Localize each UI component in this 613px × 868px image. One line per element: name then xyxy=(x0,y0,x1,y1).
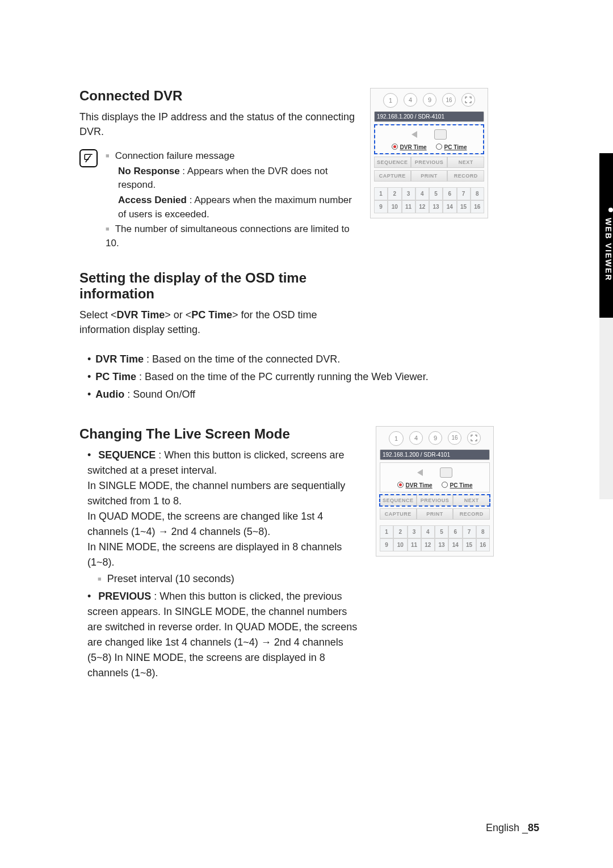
note-item-failure: Connection failure message xyxy=(106,149,358,163)
channel-cell[interactable]: 2 xyxy=(388,187,401,200)
channel-grid: 1 2 3 4 5 6 7 8 9 10 11 12 13 14 15 16 xyxy=(374,187,484,213)
time-controls: DVR Time PC Time xyxy=(380,462,490,492)
radio-pc-time[interactable]: PC Time xyxy=(442,481,473,488)
capture-button[interactable]: CAPTURE xyxy=(380,508,417,520)
sequence-button[interactable]: SEQUENCE xyxy=(374,157,411,168)
button-row-1-highlight: SEQUENCE PREVIOUS NEXT xyxy=(380,495,490,506)
note-item-label: The number of simultaneous connections a… xyxy=(106,224,350,248)
channel-cell[interactable]: 11 xyxy=(408,538,421,551)
channel-cell[interactable]: 7 xyxy=(457,187,471,200)
side-tab: WEB VIEWER xyxy=(599,153,613,327)
channel-cell[interactable]: 5 xyxy=(435,525,448,538)
prev-icon[interactable] xyxy=(412,131,417,138)
channel-grid: 1 2 3 4 5 6 7 8 9 10 11 12 13 14 15 16 xyxy=(380,525,490,551)
time-controls-highlight: DVR Time PC Time xyxy=(374,124,484,154)
stop-button[interactable] xyxy=(440,467,452,478)
channel-cell[interactable]: 16 xyxy=(471,200,484,213)
note-no-response: No Response : Appears when the DVR does … xyxy=(118,165,358,192)
layout-16-icon[interactable]: 16 xyxy=(448,431,461,445)
channel-cell[interactable]: 12 xyxy=(415,200,429,213)
layout-1-icon[interactable]: 1 xyxy=(389,431,404,446)
record-button[interactable]: RECORD xyxy=(447,170,484,182)
layout-16-icon[interactable]: 16 xyxy=(442,93,456,107)
layout-4-icon[interactable]: 4 xyxy=(409,431,423,445)
bullet-dvr-time: DVR Time : Based on the time of the conn… xyxy=(87,352,539,367)
channel-cell[interactable]: 13 xyxy=(429,200,443,213)
layout-full-icon[interactable] xyxy=(461,93,475,107)
button-row-1: SEQUENCE PREVIOUS NEXT xyxy=(374,157,484,168)
button-row-2: CAPTURE PRINT RECORD xyxy=(380,508,490,520)
channel-cell[interactable]: 8 xyxy=(476,525,490,538)
channel-cell[interactable]: 11 xyxy=(402,200,415,213)
channel-cell[interactable]: 10 xyxy=(393,538,407,551)
side-tab-label: WEB VIEWER xyxy=(604,218,613,281)
previous-button[interactable]: PREVIOUS xyxy=(411,157,448,168)
stop-button[interactable] xyxy=(434,129,447,140)
prev-icon[interactable] xyxy=(417,469,423,476)
next-button[interactable]: NEXT xyxy=(453,495,490,506)
page-footer: English _85 xyxy=(486,822,539,834)
lead-connected-dvr: This displays the IP address and the sta… xyxy=(79,109,358,139)
record-button[interactable]: RECORD xyxy=(453,508,490,520)
channel-cell[interactable]: 4 xyxy=(421,525,435,538)
capture-button[interactable]: CAPTURE xyxy=(374,170,411,182)
note-access-denied: Access Denied : Appears when the maximum… xyxy=(118,193,358,221)
layout-1-icon[interactable]: 1 xyxy=(383,93,398,108)
next-button[interactable]: NEXT xyxy=(447,157,484,168)
bullet-icon xyxy=(608,208,613,212)
channel-cell[interactable]: 9 xyxy=(380,538,393,551)
bullet-audio: Audio : Sound On/Off xyxy=(87,387,539,402)
channel-cell[interactable]: 13 xyxy=(435,538,448,551)
print-button[interactable]: PRINT xyxy=(411,170,448,182)
channel-cell[interactable]: 3 xyxy=(402,187,415,200)
channel-cell[interactable]: 5 xyxy=(429,187,443,200)
channel-cell[interactable]: 14 xyxy=(448,538,462,551)
status-bar: 192.168.1.200 / SDR-4101 xyxy=(374,111,484,122)
layout-4-icon[interactable]: 4 xyxy=(404,93,417,107)
channel-cell[interactable]: 1 xyxy=(380,525,393,538)
radio-dvr-time[interactable]: DVR Time xyxy=(397,481,433,488)
print-button[interactable]: PRINT xyxy=(417,508,454,520)
heading-osd-time: Setting the display of the OSD time info… xyxy=(79,270,358,302)
channel-cell[interactable]: 2 xyxy=(393,525,407,538)
sub-bullet-preset: Preset interval (10 seconds) xyxy=(98,571,363,587)
lead-osd-time: Select <DVR Time> or <PC Time> for the O… xyxy=(79,307,358,337)
viewer-panel-1: 1 4 9 16 192.168.1.200 / SDR-4101 DVR Ti… xyxy=(370,88,488,218)
channel-cell[interactable]: 3 xyxy=(408,525,421,538)
channel-cell[interactable]: 16 xyxy=(476,538,490,551)
channel-cell[interactable]: 12 xyxy=(421,538,435,551)
previous-button[interactable]: PREVIOUS xyxy=(417,495,454,506)
channel-cell[interactable]: 6 xyxy=(443,187,456,200)
sequence-button[interactable]: SEQUENCE xyxy=(380,495,417,506)
heading-live-mode: Changing The Live Screen Mode xyxy=(79,426,363,442)
bullet-previous: PREVIOUS : When this button is clicked, … xyxy=(87,589,363,681)
radio-pc-time[interactable]: PC Time xyxy=(436,143,467,150)
status-bar: 192.168.1.200 / SDR-4101 xyxy=(380,449,490,460)
channel-cell[interactable]: 4 xyxy=(415,187,429,200)
side-light-bar xyxy=(599,318,613,499)
channel-cell[interactable]: 10 xyxy=(388,200,401,213)
layout-9-icon[interactable]: 9 xyxy=(429,431,442,445)
note-item-limit: The number of simultaneous connections a… xyxy=(106,222,358,250)
layout-full-icon[interactable] xyxy=(467,431,481,445)
channel-cell[interactable]: 1 xyxy=(374,187,388,200)
radio-dvr-time[interactable]: DVR Time xyxy=(392,143,427,150)
bullet-sequence: SEQUENCE : When this button is clicked, … xyxy=(87,448,363,587)
channel-cell[interactable]: 15 xyxy=(463,538,476,551)
channel-cell[interactable]: 7 xyxy=(463,525,476,538)
channel-cell[interactable]: 6 xyxy=(448,525,462,538)
bullet-pc-time: PC Time : Based on the time of the PC cu… xyxy=(87,369,539,385)
channel-cell[interactable]: 15 xyxy=(457,200,471,213)
note-icon xyxy=(79,149,98,167)
channel-cell[interactable]: 8 xyxy=(471,187,484,200)
heading-connected-dvr: Connected DVR xyxy=(79,88,358,104)
button-row-2: CAPTURE PRINT RECORD xyxy=(374,170,484,182)
layout-9-icon[interactable]: 9 xyxy=(423,93,436,107)
note-item-label: Connection failure message xyxy=(115,150,235,161)
channel-cell[interactable]: 14 xyxy=(443,200,456,213)
channel-cell[interactable]: 9 xyxy=(374,200,388,213)
layout-circles: 1 4 9 16 xyxy=(374,93,484,108)
viewer-panel-2: 1 4 9 16 192.168.1.200 / SDR-4101 DVR Ti… xyxy=(376,426,494,557)
